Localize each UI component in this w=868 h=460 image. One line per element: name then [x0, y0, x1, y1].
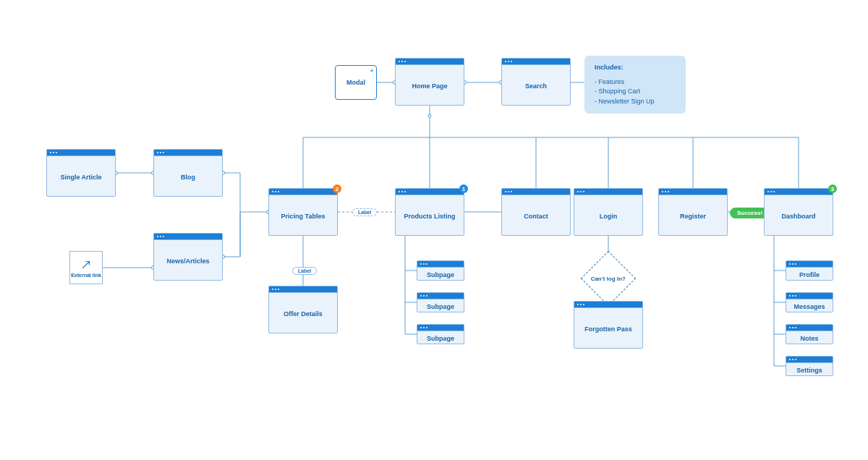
node-label: Modal: [346, 79, 365, 86]
node-label: Forgotten Pass: [574, 308, 642, 349]
external-link-icon: [80, 258, 93, 271]
node-label: Notes: [786, 331, 833, 345]
decision-cant-login[interactable]: Can't log in?: [581, 251, 636, 306]
node-external-link[interactable]: External link: [69, 251, 103, 284]
node-messages[interactable]: Messages: [786, 292, 833, 312]
node-home[interactable]: Home Page: [395, 58, 464, 106]
callout-title: Includes:: [595, 63, 676, 73]
node-settings[interactable]: Settings: [786, 356, 833, 376]
node-label: Subpage: [417, 299, 464, 313]
window-title-bar: [574, 302, 642, 308]
edge-label: Label: [292, 267, 317, 275]
node-search[interactable]: Search: [501, 58, 571, 106]
svg-point-10: [428, 114, 431, 117]
decision-label: Can't log in?: [591, 276, 626, 282]
node-products[interactable]: Products Listing1: [395, 188, 464, 236]
node-label: Profile: [786, 268, 833, 281]
node-sub2[interactable]: Subpage: [417, 292, 464, 312]
node-label: Login: [574, 195, 642, 237]
window-title-bar: [502, 189, 570, 195]
badge-count: 3: [828, 184, 837, 193]
window-title-bar: [154, 234, 222, 240]
node-offer[interactable]: Offer Details: [268, 286, 338, 333]
badge-count: 2: [333, 184, 341, 193]
node-label: Single Article: [47, 156, 115, 197]
window-title-bar: [47, 150, 115, 156]
node-profile[interactable]: Profile: [786, 260, 833, 281]
node-label: Offer Details: [269, 293, 337, 334]
node-dashboard[interactable]: Dashboard3: [764, 188, 833, 236]
node-label: Register: [659, 195, 727, 237]
window-title-bar: [786, 261, 833, 268]
callout-item: - Newsletter Sign Up: [595, 97, 676, 107]
window-title-bar: [269, 286, 337, 293]
node-login[interactable]: Login: [574, 188, 643, 236]
edge-label: Label: [352, 208, 377, 216]
node-sub1[interactable]: Subpage: [417, 260, 464, 281]
window-title-bar: [659, 189, 727, 195]
window-title-bar: [417, 293, 464, 299]
callout-item: - Shopping Cart: [595, 87, 676, 97]
node-label: Subpage: [417, 331, 464, 345]
node-pricing[interactable]: Pricing Tables2: [268, 188, 338, 236]
node-label: Home Page: [396, 65, 464, 106]
node-news[interactable]: News/Articles: [153, 233, 223, 281]
window-title-bar: [502, 59, 570, 65]
node-forgotten[interactable]: Forgotten Pass: [574, 301, 643, 349]
node-label: External link: [71, 273, 101, 278]
node-label: News/Articles: [154, 240, 222, 281]
node-label: Settings: [786, 363, 833, 377]
node-single-article[interactable]: Single Article: [46, 149, 116, 197]
close-icon[interactable]: ×: [370, 68, 373, 73]
node-modal[interactable]: × Modal: [335, 65, 377, 100]
node-notes[interactable]: Notes: [786, 324, 833, 344]
callout-search-includes: Includes: - Features - Shopping Cart - N…: [584, 56, 686, 114]
window-title-bar: [786, 293, 833, 299]
node-blog[interactable]: Blog: [153, 149, 223, 197]
node-register[interactable]: Register: [658, 188, 728, 236]
node-label: Products Listing: [396, 195, 464, 237]
window-title-bar: [574, 189, 642, 195]
node-sub3[interactable]: Subpage: [417, 324, 464, 344]
window-title-bar: [154, 150, 222, 156]
window-title-bar: [417, 261, 464, 268]
node-label: Blog: [154, 156, 222, 197]
callout-item: - Features: [595, 77, 676, 88]
window-title-bar: [396, 189, 464, 195]
node-label: Subpage: [417, 268, 464, 281]
window-title-bar: [396, 59, 464, 65]
node-label: Dashboard: [765, 195, 833, 237]
window-title-bar: [786, 357, 833, 363]
window-title-bar: [417, 325, 464, 331]
node-contact[interactable]: Contact: [501, 188, 571, 236]
node-label: Search: [502, 65, 570, 106]
window-title-bar: [786, 325, 833, 331]
node-label: Pricing Tables: [269, 195, 337, 237]
node-label: Contact: [502, 195, 570, 237]
window-title-bar: [765, 189, 833, 195]
badge-count: 1: [459, 184, 468, 193]
node-label: Messages: [786, 299, 833, 313]
window-title-bar: [269, 189, 337, 195]
